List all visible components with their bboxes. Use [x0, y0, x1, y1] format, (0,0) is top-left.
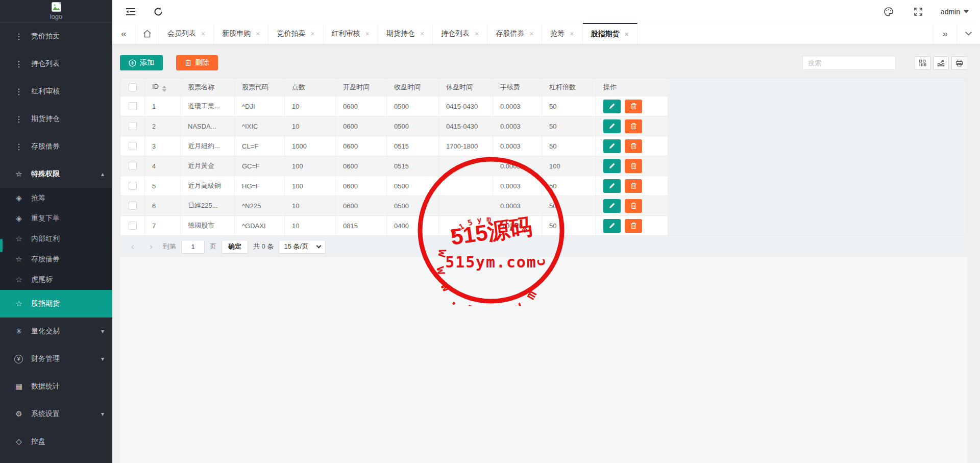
tab-close-icon[interactable]: × [201, 30, 205, 38]
home-tab-button[interactable] [136, 23, 159, 44]
delete-row-button[interactable] [625, 199, 642, 213]
trash-icon [630, 103, 637, 110]
sidebar-item-财务管理[interactable]: ¥财务管理▾ [0, 345, 112, 373]
edit-row-button[interactable] [603, 139, 621, 153]
cell-fee: 0.0003 [493, 176, 542, 196]
table-row: 1道瓊工業...^DJI10060005000415-04300.000350 [120, 96, 668, 116]
row-checkbox-cell [120, 176, 145, 196]
sidebar-item-label: 特殊权限 [31, 169, 60, 179]
row-checkbox[interactable] [129, 122, 137, 130]
cell-leverage: 50 [542, 196, 596, 216]
header-row: ID股票名称股票代码点数开盘时间收盘时间休盘时间手续费杠杆倍数操作 [120, 78, 668, 96]
add-button[interactable]: 添加 [120, 55, 163, 70]
delete-row-button[interactable] [625, 119, 642, 133]
edit-row-button[interactable] [603, 179, 621, 193]
edit-row-button[interactable] [603, 219, 621, 233]
tab-竞价拍卖[interactable]: 竞价拍卖× [268, 23, 323, 44]
tab-抢筹[interactable]: 抢筹× [542, 23, 582, 44]
tab-close-icon[interactable]: × [365, 30, 370, 38]
sidebar-item-存股借券[interactable]: ☆存股借券 [0, 249, 112, 270]
tab-close-icon[interactable]: × [256, 30, 260, 38]
columns-filter-icon[interactable] [915, 56, 930, 70]
tabs-scroll-right-button[interactable]: » [933, 23, 957, 44]
collapse-menu-icon[interactable] [124, 5, 138, 19]
row-checkbox[interactable] [129, 102, 137, 110]
tab-股指期货[interactable]: 股指期货× [583, 23, 638, 44]
next-page-button[interactable]: › [144, 241, 158, 252]
search-input[interactable] [802, 56, 896, 70]
row-checkbox-cell [120, 196, 145, 216]
sidebar-item-量化交易[interactable]: ✳量化交易▾ [0, 318, 112, 345]
tab-close-icon[interactable]: × [625, 30, 629, 38]
sidebar-item-持仓列表[interactable]: ⋮持仓列表 [0, 50, 112, 78]
star-bold-icon: ☆ [13, 169, 24, 179]
tabs-scroll-left-button[interactable]: « [112, 23, 136, 44]
sidebar-item-系统设置[interactable]: ⚙系统设置▾ [0, 400, 112, 428]
delete-button[interactable]: 删除 [176, 55, 218, 70]
sidebar-item-竞价拍卖[interactable]: ⋮竞价拍卖 [0, 22, 112, 50]
tab-新股申购[interactable]: 新股申购× [214, 23, 268, 44]
page-size-select[interactable]: 15 条/页 [279, 240, 326, 254]
cell-close_time: 0515 [387, 136, 439, 156]
sidebar-item-数据统计[interactable]: ▦数据统计 [0, 373, 112, 400]
tab-持仓列表[interactable]: 持仓列表× [433, 23, 487, 44]
col-header: ID [145, 78, 181, 96]
col-header: 手续费 [493, 78, 542, 96]
row-checkbox[interactable] [129, 142, 137, 150]
print-icon[interactable] [951, 56, 967, 70]
delete-row-button[interactable] [625, 159, 642, 173]
edit-row-button[interactable] [603, 100, 621, 113]
select-all-checkbox[interactable] [129, 83, 137, 91]
sidebar-item-期货持仓[interactable]: ⋮期货持仓 [0, 105, 112, 133]
tab-close-icon[interactable]: × [420, 30, 424, 38]
cell-rest_time [439, 156, 493, 176]
delete-row-button[interactable] [625, 100, 642, 113]
tab-close-icon[interactable]: × [529, 30, 533, 38]
sidebar-item-虎尾标[interactable]: ☆虎尾标 [0, 270, 112, 290]
tab-close-icon[interactable]: × [310, 30, 314, 38]
tabs-list: 会员列表×新股申购×竞价拍卖×红利审核×期货持仓×持仓列表×存股借券×抢筹×股指… [159, 23, 933, 44]
sidebar-item-重复下单[interactable]: ◈重复下单 [0, 208, 112, 229]
page-number-input[interactable] [181, 240, 205, 254]
export-icon[interactable] [933, 56, 949, 70]
sidebar-item-特殊权限[interactable]: ☆特殊权限▴ [0, 160, 112, 188]
sort-icon[interactable] [162, 86, 166, 92]
tab-会员列表[interactable]: 会员列表× [159, 23, 214, 44]
refresh-icon[interactable] [151, 5, 165, 19]
tab-close-icon[interactable]: × [475, 30, 479, 38]
sidebar-item-抢筹[interactable]: ◈抢筹 [0, 188, 112, 208]
tab-红利审核[interactable]: 红利审核× [324, 23, 378, 44]
sidebar-item-股指期货[interactable]: ☆股指期货 [0, 290, 112, 318]
row-checkbox[interactable] [129, 162, 137, 170]
confirm-page-button[interactable]: 确定 [222, 240, 248, 254]
edit-row-button[interactable] [603, 199, 621, 213]
sidebar-item-红利审核[interactable]: ⋮红利审核 [0, 78, 112, 105]
edit-row-button[interactable] [603, 119, 621, 133]
trash-icon [630, 123, 637, 130]
tab-存股借券[interactable]: 存股借券× [487, 23, 542, 44]
delete-row-button[interactable] [625, 139, 642, 153]
col-header-label: 股票名称 [188, 83, 214, 91]
sidebar-item-控盘[interactable]: ◇控盘 [0, 428, 112, 455]
tab-close-icon[interactable]: × [570, 30, 574, 38]
prev-page-button[interactable]: ‹ [126, 241, 139, 252]
cell-code: CL=F [235, 136, 285, 156]
data-table: ID股票名称股票代码点数开盘时间收盘时间休盘时间手续费杠杆倍数操作 1道瓊工業.… [120, 78, 668, 236]
tabs-more-button[interactable] [957, 23, 980, 44]
tab-期货持仓[interactable]: 期货持仓× [378, 23, 433, 44]
cell-name: 近月紐約... [181, 136, 235, 156]
admin-menu[interactable]: admin [941, 8, 969, 16]
fullscreen-icon[interactable] [911, 5, 925, 19]
row-checkbox[interactable] [129, 202, 137, 210]
sidebar-item-内部红利[interactable]: ☆内部红利 [0, 229, 112, 249]
row-checkbox[interactable] [129, 222, 137, 230]
theme-palette-icon[interactable] [881, 5, 896, 19]
row-checkbox[interactable] [129, 182, 137, 190]
edit-row-button[interactable] [603, 159, 621, 173]
delete-row-button[interactable] [625, 219, 642, 233]
sidebar-scrollbar-thumb[interactable] [0, 239, 3, 252]
col-header: 开盘时间 [336, 78, 387, 96]
delete-row-button[interactable] [625, 179, 642, 193]
sidebar-item-存股借券[interactable]: ⋮存股借券 [0, 133, 112, 160]
row-checkbox-cell [120, 156, 145, 176]
